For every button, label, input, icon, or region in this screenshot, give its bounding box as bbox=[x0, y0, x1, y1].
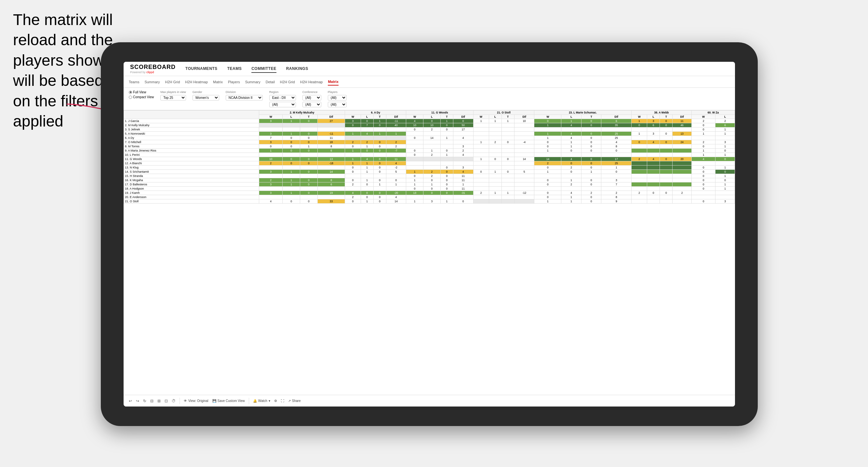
player-name: 19. J Kamh bbox=[124, 191, 259, 195]
player-name: 10. L Perini bbox=[124, 153, 259, 157]
watch-icon: 🔔 bbox=[253, 399, 257, 403]
redo-btn[interactable]: ↪ bbox=[136, 399, 139, 403]
sh-w5: W bbox=[534, 115, 561, 119]
refresh-btn[interactable]: ↻ bbox=[143, 399, 146, 403]
watch-chevron: ▾ bbox=[269, 399, 270, 403]
compact-view-radio[interactable]: Compact View bbox=[129, 95, 154, 99]
players-label: Players bbox=[328, 90, 347, 94]
sh-l4: L bbox=[489, 115, 501, 119]
sh-l1: L bbox=[283, 115, 300, 119]
fullscreen-btn[interactable]: ⛶ bbox=[281, 399, 284, 403]
subnav-h2h-heatmap2[interactable]: H2H Heatmap bbox=[300, 79, 323, 85]
players-select-2[interactable]: (All) bbox=[328, 102, 347, 107]
matrix-container[interactable]: 2. M Kelly Mulcahy 6. A Dy 11. G Woods 2… bbox=[124, 110, 735, 395]
save-custom-btn[interactable]: 💾 Save Custom View bbox=[212, 399, 245, 403]
sh-l3: L bbox=[424, 115, 441, 119]
subnav-h2h-grid[interactable]: H2H Grid bbox=[165, 79, 180, 85]
clock-btn[interactable]: ⏱ bbox=[172, 399, 176, 403]
table-row: 20. E Andersson 2004 0108 bbox=[124, 195, 735, 199]
table-row: 1. J Garcia 31027 301-11 4010 11110 0106… bbox=[124, 119, 735, 123]
gender-group: Gender Women's bbox=[192, 90, 219, 100]
player-name: 9. A Maria Jimenez Rios bbox=[124, 149, 259, 153]
table-row: 7. O Mitchell 30018 2202 120-4 0104 0402… bbox=[124, 140, 735, 145]
table-row: 19. J Kamh 31019 400-20 1300-31 211-12 0… bbox=[124, 191, 735, 195]
max-players-label: Max players in view bbox=[160, 90, 186, 94]
max-players-select[interactable]: Top 25 bbox=[160, 95, 186, 100]
logo-area: SCOREBOARD Powered by clippd bbox=[130, 64, 176, 74]
players-group: Players (All) (All) bbox=[328, 90, 347, 107]
subnav-players[interactable]: Players bbox=[228, 79, 240, 85]
col-za: 60. W Za bbox=[691, 111, 735, 115]
col-ady: 6. A Dy bbox=[345, 111, 406, 115]
logo-scoreboard: SCOREBOARD bbox=[130, 64, 176, 70]
compact-view-label: Compact View bbox=[133, 95, 154, 99]
nav-teams[interactable]: TEAMS bbox=[227, 65, 242, 73]
table-row: 9. A Maria Jimenez Rios 1006 100-7 0102 … bbox=[124, 149, 735, 153]
nav-committee[interactable]: COMMITTEE bbox=[251, 65, 276, 73]
share-btn[interactable]: ↗ Share bbox=[288, 399, 301, 403]
sh-l2: L bbox=[361, 115, 373, 119]
sub-nav: Teams Summary H2H Grid H2H Heatmap Matri… bbox=[124, 76, 735, 88]
players-select-1[interactable]: (All) bbox=[328, 95, 347, 100]
settings-btn[interactable]: ⚙ bbox=[274, 399, 277, 403]
tablet-frame: SCOREBOARD Powered by clippd TOURNAMENTS… bbox=[101, 42, 758, 426]
player-name: 21. O Stoll bbox=[124, 199, 259, 204]
table-row: 17. D Ballesteros 3106 2011 1101 0207 01 bbox=[124, 182, 735, 187]
sh-d4: Dif bbox=[514, 115, 534, 119]
conference-group: Conference (All) (All) bbox=[303, 90, 321, 107]
subnav-matrix-active[interactable]: Matrix bbox=[328, 79, 338, 86]
player-name: 8. M Torres bbox=[124, 145, 259, 149]
share-label: Share bbox=[292, 399, 301, 403]
full-view-radio[interactable]: Full View bbox=[129, 90, 154, 94]
nav-rankings[interactable]: RANKINGS bbox=[286, 65, 308, 73]
gender-select[interactable]: Women's bbox=[192, 95, 219, 100]
table-row: 11. G Woods 100013 14011 10014 144017 24… bbox=[124, 157, 735, 161]
player-name: 13. N Klug bbox=[124, 165, 259, 170]
division-select[interactable]: NCAA Division II bbox=[226, 95, 263, 100]
zoom-out-btn[interactable]: ⊟ bbox=[150, 399, 154, 403]
top-nav: SCOREBOARD Powered by clippd TOURNAMENTS… bbox=[124, 62, 735, 76]
watch-btn[interactable]: 🔔 Watch ▾ bbox=[253, 399, 270, 403]
table-row: 10. L Perini 0214 11 bbox=[124, 153, 735, 157]
gear-icon: ⚙ bbox=[274, 399, 277, 403]
subnav-summary2[interactable]: Summary bbox=[245, 79, 260, 85]
logo-powered: Powered by clippd bbox=[130, 70, 176, 74]
player-name: 16. K Mcgaha bbox=[124, 178, 259, 182]
sh-w1: W bbox=[259, 115, 283, 119]
conference-select-2[interactable]: (All) bbox=[303, 102, 321, 107]
subnav-detail[interactable]: Detail bbox=[266, 79, 275, 85]
conference-select-1[interactable]: (All) bbox=[303, 95, 321, 100]
region-select-2[interactable]: (All) bbox=[269, 102, 296, 107]
tablet-screen: SCOREBOARD Powered by clippd TOURNAMENTS… bbox=[124, 62, 735, 406]
sh-l6: L bbox=[647, 115, 660, 119]
full-view-radio-dot bbox=[129, 91, 132, 94]
sh-l5: L bbox=[561, 115, 582, 119]
sh-w4: W bbox=[473, 115, 489, 119]
fullscreen-icon: ⛶ bbox=[281, 399, 284, 403]
undo-btn[interactable]: ↩ bbox=[129, 399, 132, 403]
table-row: 14. S Srichantamit 31014 0105 1204 0105 … bbox=[124, 170, 735, 174]
region-label: Region bbox=[269, 90, 296, 94]
sh-d6: Dif bbox=[673, 115, 692, 119]
subnav-summary[interactable]: Summary bbox=[145, 79, 160, 85]
region-select[interactable]: East - DII bbox=[269, 95, 296, 100]
fit-btn[interactable]: ⊡ bbox=[164, 399, 168, 403]
sh-t5: T bbox=[581, 115, 601, 119]
sh-d5: Dif bbox=[601, 115, 631, 119]
subnav-teams[interactable]: Teams bbox=[129, 79, 139, 85]
zoom-in-btn[interactable]: ⊞ bbox=[157, 399, 161, 403]
player-name: 14. S Srichantamit bbox=[124, 170, 259, 174]
share-icon: ↗ bbox=[288, 399, 291, 403]
nav-items: TOURNAMENTS TEAMS COMMITTEE RANKINGS bbox=[185, 65, 308, 73]
sh-t2: T bbox=[373, 115, 386, 119]
view-original-btn[interactable]: 👁 View: Original bbox=[184, 399, 209, 403]
watch-label: Watch bbox=[258, 399, 267, 403]
player-name: 17. D Ballesteros bbox=[124, 182, 259, 187]
subnav-h2h-grid2[interactable]: H2H Grid bbox=[280, 79, 295, 85]
subnav-matrix-1[interactable]: Matrix bbox=[213, 79, 223, 85]
table-row: 3. S Jelinek 02017 01 bbox=[124, 127, 735, 132]
nav-tournaments[interactable]: TOURNAMENTS bbox=[185, 65, 218, 73]
sh-t6: T bbox=[660, 115, 673, 119]
sh-t1: T bbox=[300, 115, 317, 119]
subnav-h2h-heatmap[interactable]: H2H Heatmap bbox=[185, 79, 208, 85]
